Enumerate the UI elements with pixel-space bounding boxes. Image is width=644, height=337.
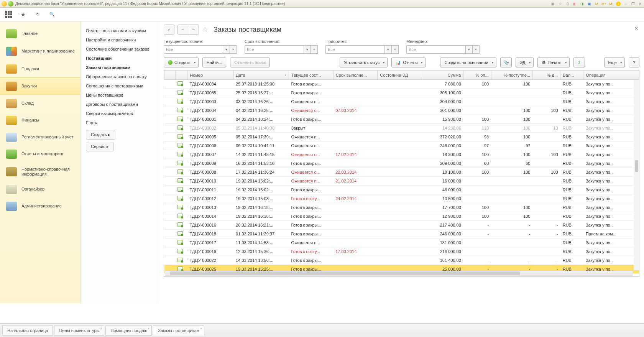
table-row[interactable]: ТДЦУ-00001711.03.2014 14:58:...Ожидается…	[164, 238, 639, 247]
tb-icon-1[interactable]: ▦	[550, 1, 555, 6]
favorites-button[interactable]: ★	[19, 11, 27, 18]
section-link-7[interactable]: Цены поставщиков	[86, 90, 153, 100]
table-row[interactable]: ТДЦУ-00000714.02.2014 11:48:15Ожидается …	[164, 150, 639, 159]
tb-icon-5[interactable]: ◨	[580, 1, 585, 6]
tb-m[interactable]: M	[594, 1, 599, 6]
table-row[interactable]: ТДЦУ-00001019.02.2014 15:02:...Ожидается…	[164, 177, 639, 186]
tb-m-minus[interactable]: M-	[609, 1, 614, 6]
sidebar-item-2[interactable]: Продажи	[0, 61, 80, 77]
bottom-tab-0[interactable]: Начальная страница	[2, 325, 53, 335]
column-header-1[interactable]	[175, 71, 187, 80]
tb-icon-3[interactable]: ⎙	[565, 1, 570, 6]
table-row[interactable]: ТДЦУ-00000104.02.2014 18:24:...Готов к з…	[164, 115, 639, 124]
table-row[interactable]: ТДЦУ-00001801.03.2014 11:29:37Готов к за…	[164, 230, 639, 238]
set-status-button[interactable]: Установить статус	[340, 58, 388, 67]
reports-button[interactable]: 📊 Отчеты	[391, 58, 426, 67]
tab-close-icon[interactable]: ×	[200, 327, 202, 330]
favorite-star-icon[interactable]: ☆	[202, 25, 208, 34]
table-row[interactable]: ТДЦУ-00002214.03.2014 13:56:...Готов к з…	[164, 256, 639, 265]
section-more[interactable]: Еще ▸	[86, 118, 153, 128]
table-row[interactable]: ТДЦУ-00003525.07.2013 15:27:...Готов к з…	[164, 89, 639, 97]
column-header-3[interactable]: Дата↓	[233, 71, 289, 80]
table-row[interactable]: ТДЦУ-00000916.02.2014 11:53:16Готов к за…	[164, 159, 639, 168]
info-icon[interactable]: i	[616, 2, 621, 6]
filter-dropdown-button[interactable]: ▾	[223, 45, 230, 54]
section-link-8[interactable]: Договоры с поставщиками	[86, 100, 153, 109]
print-button[interactable]: 🖶 Печать	[537, 58, 570, 67]
sidebar-item-4[interactable]: Склад	[0, 95, 80, 112]
export-button[interactable]: ⤴	[573, 58, 585, 67]
ed-button[interactable]: ЭД	[516, 58, 534, 67]
column-header-4[interactable]: Текущее сост...	[289, 71, 334, 80]
horizontal-scrollbar[interactable]	[165, 271, 633, 276]
filter-dropdown-button[interactable]: ▾	[466, 45, 473, 54]
back-button[interactable]: ←	[177, 25, 188, 35]
column-header-6[interactable]: Состояние ЭД	[378, 71, 422, 80]
tb-icon-6[interactable]: ▣	[587, 1, 592, 6]
bottom-tab-2[interactable]: Помощник продаж×	[105, 325, 152, 335]
column-header-7[interactable]: Сумма	[422, 71, 463, 80]
filter-input[interactable]	[245, 45, 304, 54]
tb-icon-4[interactable]: ◧	[572, 1, 577, 6]
sidebar-item-10[interactable]: Администрирование	[0, 198, 80, 215]
table-row[interactable]: ТДЦУ-00001319.02.2014 16:18:...Готов к з…	[164, 203, 639, 212]
filter-dropdown-button[interactable]: ▾	[385, 45, 392, 54]
find-button[interactable]: Найти...	[202, 58, 227, 67]
column-header-5[interactable]: Срок выполне...	[333, 71, 378, 80]
section-link-9[interactable]: Сверки взаиморасчетов	[86, 109, 153, 118]
close-button[interactable]: ✕	[637, 1, 642, 6]
search-button[interactable]: 🔍	[48, 11, 56, 18]
sidebar-item-8[interactable]: Нормативно-справочная информация	[0, 163, 80, 181]
column-header-9[interactable]: % поступле...	[491, 71, 532, 80]
tab-close-icon[interactable]: ×	[148, 327, 150, 330]
table-row[interactable]: ТДЦУ-00000609.02.2014 10:41:11Ожидается …	[164, 141, 639, 150]
page-close-button[interactable]: ✕	[634, 25, 639, 31]
table-row[interactable]: ТДЦУ-00000404.02.2014 16:28:...Ожидается…	[164, 106, 639, 115]
column-header-0[interactable]	[164, 71, 176, 80]
sidebar-item-9[interactable]: Органайзер	[0, 181, 80, 198]
bottom-tab-1[interactable]: Цены номенклатуры×	[54, 325, 104, 335]
table-row[interactable]: ТДЦУ-00003425.07.2013 11:25:00Готов к за…	[164, 80, 639, 89]
attach-button[interactable]: 📎	[500, 58, 512, 67]
table-row[interactable]: ТДЦУ-00000505.02.2014 17:39:...Ожидается…	[164, 133, 639, 141]
section-link-2[interactable]: Состояние обеспечения заказов	[86, 44, 153, 54]
tb-icon-2[interactable]: ☆	[558, 1, 563, 6]
filter-clear-button[interactable]: ×	[311, 45, 318, 54]
section-link-0[interactable]: Отчеты по запасам и закупкам	[86, 26, 153, 35]
section-link-6[interactable]: Соглашения с поставщиками	[86, 81, 153, 90]
sidebar-item-7[interactable]: Отчеты и мониторинг	[0, 146, 80, 163]
sidebar-item-3[interactable]: Закупки	[0, 77, 80, 95]
column-header-8[interactable]: % оп...	[463, 71, 491, 80]
section-link-1[interactable]: Настройки и справочники	[86, 35, 153, 44]
tb-m-plus[interactable]: M+	[601, 1, 606, 6]
sidebar-item-1[interactable]: Маркетинг и планирование	[0, 42, 80, 61]
cancel-search-button[interactable]: Отменить поиск	[230, 58, 270, 67]
table-row[interactable]: ТДЦУ-00001419.02.2014 16:18:...Готов к з…	[164, 212, 639, 221]
help-button[interactable]: ?	[629, 58, 639, 67]
filter-clear-button[interactable]: ×	[473, 45, 480, 54]
table-row[interactable]: ТДЦУ-00001219.02.2014 15:03:...Готов к п…	[164, 194, 639, 203]
bottom-tab-3[interactable]: Заказы поставщикам×	[153, 325, 204, 335]
column-header-2[interactable]: Номер	[187, 71, 233, 80]
section-link-4[interactable]: Заказы поставщикам	[86, 63, 153, 72]
home-button[interactable]: ⌂	[164, 25, 174, 35]
filter-input[interactable]	[406, 45, 466, 54]
table-row[interactable]: ТДЦУ-00000205.02.2014 11:40:30Закрыт14 2…	[164, 124, 639, 133]
section-link-3[interactable]: Поставщики	[86, 54, 153, 63]
sidebar-item-5[interactable]: Финансы	[0, 112, 80, 129]
create-based-on-button[interactable]: Создать на основании	[440, 58, 496, 67]
table-row[interactable]: ТДЦУ-00001119.02.2014 15:02:...Готов к з…	[164, 186, 639, 194]
maximize-button[interactable]: ❐	[630, 1, 635, 6]
column-header-12[interactable]: Операция	[583, 71, 639, 80]
apps-button[interactable]	[5, 11, 12, 18]
section-button-1[interactable]: Сервис ▸	[86, 142, 114, 151]
history-button[interactable]: ↻	[34, 11, 41, 18]
filter-clear-button[interactable]: ×	[230, 45, 237, 54]
filter-input[interactable]	[164, 45, 223, 54]
sidebar-item-6[interactable]: Регламентированный учет	[0, 129, 80, 146]
table-row[interactable]: ТДЦУ-00001912.03.2014 15:36:...Готов к п…	[164, 247, 639, 256]
create-button[interactable]: Создать	[164, 58, 199, 67]
minimize-button[interactable]: —	[623, 1, 628, 6]
section-link-5[interactable]: Оформление заявок на оплату	[86, 72, 153, 81]
tab-close-icon[interactable]: ×	[100, 327, 102, 330]
